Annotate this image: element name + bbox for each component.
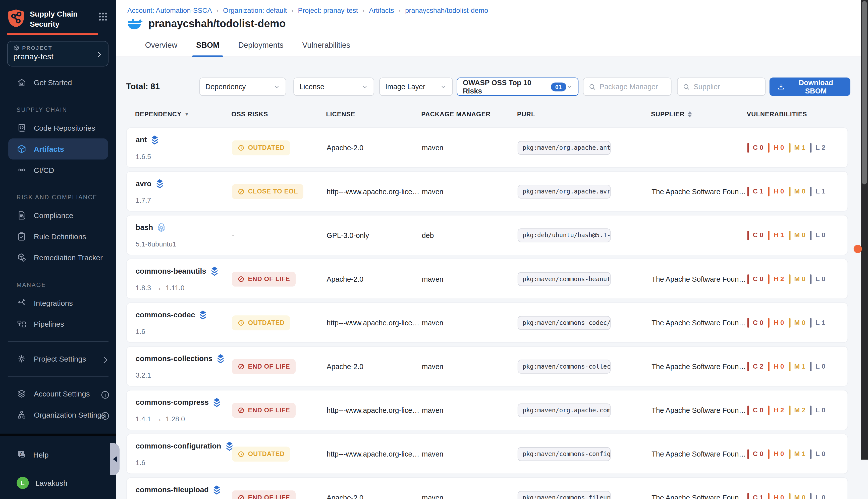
vuln-m-count: M2 <box>789 405 806 415</box>
slash-circle-icon <box>238 275 245 282</box>
sidebar-item-compliance[interactable]: Compliance <box>0 205 116 226</box>
sidebar-collapse-handle[interactable] <box>110 443 120 475</box>
project-selector[interactable]: PROJECT pranay-test <box>7 41 109 66</box>
purl-chip: pkg:maven/commons-collections/co… <box>518 359 610 373</box>
sidebar-item-pipelines[interactable]: Pipelines <box>0 314 116 335</box>
table-row-ant[interactable]: ant1.6.5OUTDATEDApache-2.0mavenpkg:maven… <box>126 127 848 168</box>
table-row-commons-collections[interactable]: commons-collections3.2.1END OF LIFEApach… <box>126 346 848 387</box>
license-value: http---www.apache.org-lice… <box>326 406 419 414</box>
breadcrumb: Account: Automation-SSCA›Organization: d… <box>127 7 488 14</box>
dependency-name: avro <box>136 179 151 188</box>
project-name: pranay-test <box>13 52 102 61</box>
dependency-version: 1.6 <box>136 459 145 467</box>
column-header-license: LICENSE <box>326 111 355 117</box>
oss-risk-badge: OUTDATED <box>232 447 290 462</box>
column-header-package-manager: PACKAGE MANAGER <box>421 111 491 117</box>
table-row-commons-compress[interactable]: commons-compress1.4.1→1.28.0END OF LIFEh… <box>126 390 848 430</box>
column-header-supplier[interactable]: SUPPLIER <box>651 111 692 117</box>
tab-sbom[interactable]: SBOM <box>196 34 220 57</box>
purl-chip: pkg:maven/org.apache.commons/com… <box>518 403 610 417</box>
sidebar-divider <box>8 376 109 377</box>
owasp-filter-label: OWASP OSS Top 10 Risks <box>463 78 547 95</box>
layers-icon <box>212 398 221 407</box>
vuln-c-count: C0 <box>747 449 764 459</box>
info-icon[interactable] <box>100 390 109 398</box>
sidebar-item-account-settings[interactable]: Account Settings <box>0 383 116 404</box>
breadcrumb-link[interactable]: Organization: default <box>223 7 287 14</box>
image-layer-filter-dropdown[interactable]: Image Layer <box>379 78 453 96</box>
vuln-c-count: C0 <box>747 143 764 152</box>
license-filter-dropdown[interactable]: License <box>293 78 374 96</box>
dependency-filter-dropdown[interactable]: Dependency <box>199 78 286 96</box>
layers-icon <box>216 354 224 363</box>
dependency-name: commons-collections <box>136 354 212 363</box>
supplier-search[interactable] <box>677 78 766 96</box>
dependency-name: bash <box>136 223 153 231</box>
user-menu[interactable]: L Lavakush <box>0 474 116 492</box>
breadcrumb-separator: › <box>362 7 365 14</box>
package-manager-value: maven <box>422 144 444 152</box>
sidebar-item-organization-settings[interactable]: Organization Settings <box>0 404 116 425</box>
vuln-c-count: C0 <box>747 405 764 415</box>
dependency-name: commons-configuration <box>136 442 221 450</box>
owasp-filter-count-badge: 01 <box>551 82 566 91</box>
dependency-name: commons-codec <box>136 311 195 319</box>
column-header-dependency[interactable]: DEPENDENCY▼ <box>135 111 189 117</box>
tab-deployments[interactable]: Deployments <box>238 34 284 57</box>
dependency-name: commons-beanutils <box>136 267 206 275</box>
dependency-version: 5.1-6ubuntu1 <box>136 241 176 248</box>
column-header-vulnerabilities: VULNERABILITIES <box>747 111 807 117</box>
sidebar-item-cicd[interactable]: CI/CD <box>0 160 116 181</box>
dropdown-label: Dependency <box>206 82 246 91</box>
license-value: Apache-2.0 <box>326 144 363 152</box>
vertical-scrollbar-thumb[interactable] <box>862 1 867 184</box>
help-button[interactable]: ? Help <box>0 447 116 463</box>
home-icon <box>16 78 27 88</box>
sidebar-item-code-repositories[interactable]: Code Repositories <box>0 117 116 138</box>
vuln-l-count: L1 <box>810 318 826 327</box>
table-row-commons-beanutils[interactable]: commons-beanutils1.8.3→1.11.0END OF LIFE… <box>126 258 848 299</box>
package-manager-value: maven <box>422 494 444 499</box>
download-sbom-button[interactable]: Download SBOM <box>770 78 851 96</box>
package-manager-value: maven <box>422 450 444 458</box>
vuln-h-count: H0 <box>768 449 784 459</box>
package-manager-search[interactable] <box>583 78 672 96</box>
sidebar-item-remediation-tracker[interactable]: Remediation Tracker <box>0 247 116 268</box>
vuln-l-count: L1 <box>810 187 826 196</box>
table-row-commons-configuration[interactable]: commons-configuration1.6OUTDATEDhttp---w… <box>126 434 848 474</box>
sidebar-item-artifacts[interactable]: Artifacts <box>8 138 108 160</box>
vuln-h-count: H0 <box>768 318 784 327</box>
package-manager-search-input[interactable] <box>599 82 663 91</box>
table-row-avro[interactable]: avro1.7.7CLOSE TO EOLhttp---www.apache.o… <box>126 171 848 211</box>
breadcrumb-link[interactable]: Account: Automation-SSCA <box>127 7 212 14</box>
owasp-filter-dropdown[interactable]: OWASP OSS Top 10 Risks 01 <box>457 78 579 96</box>
purl-chip: pkg:maven/commons-beanutils/comm… <box>518 272 610 286</box>
vuln-m-count: M0 <box>789 187 806 196</box>
column-header-purl: PURL <box>517 111 535 117</box>
docker-icon <box>127 18 143 30</box>
info-icon[interactable] <box>100 411 109 419</box>
table-row-commons-codec[interactable]: commons-codec1.6OUTDATEDhttp---www.apach… <box>126 302 848 343</box>
breadcrumb-link[interactable]: Project: pranay-test <box>298 7 358 14</box>
table-row-bash[interactable]: bash5.1-6ubuntu1-GPL-3.0-onlydebpkg:deb/… <box>126 215 848 255</box>
sidebar-item-rule-definitions[interactable]: Rule Definitions <box>0 226 116 247</box>
sidebar-item-project-settings[interactable]: Project Settings <box>0 348 116 369</box>
chevron-down-icon <box>566 83 572 90</box>
breadcrumb-link[interactable]: pranaycshah/todolist-demo <box>405 7 488 14</box>
sidebar-section-heading: MANAGE <box>0 277 116 292</box>
tab-vulnerabilities[interactable]: Vulnerabilities <box>302 34 350 57</box>
breadcrumb-link[interactable]: Artifacts <box>369 7 394 14</box>
dependency-name: ant <box>136 136 147 144</box>
vuln-c-count: C2 <box>747 362 764 371</box>
supplier-value: The Apache Software Foun… <box>652 494 746 499</box>
sidebar-item-get-started[interactable]: Get Started <box>0 72 116 93</box>
sidebar-item-integrations[interactable]: Integrations <box>0 292 116 314</box>
sidebar-divider <box>8 341 109 342</box>
module-grid-icon[interactable] <box>98 12 107 21</box>
table-row-commons-fileupload[interactable]: commons-fileuploadEND OF LIFEApache-2.0m… <box>126 477 848 499</box>
sidebar: Supply Chain Security PROJECT pranay-tes… <box>0 0 116 499</box>
tab-overview[interactable]: Overview <box>145 34 177 57</box>
layers-stack-icon <box>16 389 27 399</box>
oss-risk-badge: END OF LIFE <box>232 271 296 287</box>
supplier-search-input[interactable] <box>694 82 757 91</box>
